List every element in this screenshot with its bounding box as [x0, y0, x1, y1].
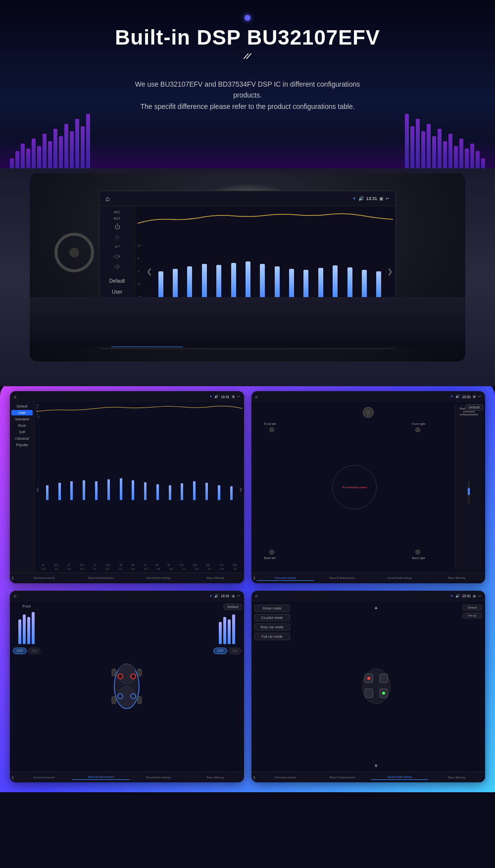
mini-tab-sound-1[interactable]: Sound field setting [130, 575, 187, 580]
mini-back-4: ↩ [478, 594, 481, 598]
mini-tab-bass-4[interactable]: Bass Enhancement [314, 775, 371, 780]
mini-eq-icon-4[interactable]: 𝄱 [251, 774, 257, 781]
mini-tab-bass-1[interactable]: Bass Enhancement [72, 575, 129, 580]
slider-13 [333, 244, 338, 299]
mini-tab-bass-2[interactable]: Bass Enhancement [314, 575, 371, 580]
mini-bar-14 [205, 483, 208, 500]
screenshot-card-3: ⌂ ✦ 🔊 13:31 ▣ ↩ Default Front [10, 591, 244, 783]
mini-screen-1: ⌂ ✦ 🔊 13:31 ▣ ↩ Default User Standard Ro… [10, 391, 244, 583]
mini-time-4: 13:31 [462, 594, 471, 598]
rear-on-btn[interactable]: ON [229, 648, 241, 654]
rear-bar-4 [232, 614, 235, 644]
mini-time-3: 13:31 [221, 594, 230, 598]
mini-sq-3: ▣ [232, 594, 235, 598]
surround-slider-track [468, 480, 470, 505]
full-mode-btn[interactable]: Full car mode [254, 633, 290, 640]
rear-mode-btn[interactable]: Rear car mode [254, 623, 290, 631]
mini-tab-filter-2[interactable]: Bass filtering [428, 575, 485, 580]
slider-16 [376, 244, 381, 299]
eq-arrow-right[interactable]: ❯ [387, 267, 393, 275]
mini-eq-icon-1[interactable]: 𝄱 [10, 574, 15, 581]
mini-eq-icon-3[interactable]: 𝄱 [10, 774, 15, 781]
rear-off-btn[interactable]: OFF [213, 648, 227, 654]
mini-tab-filter-4[interactable]: Bass filtering [428, 775, 485, 780]
mini-preset-user[interactable]: User [11, 410, 33, 415]
mini-header-4: ⌂ ✦ 🔊 13:31 ▣ ↩ [251, 591, 486, 602]
surrounding-label: Surrounding space [342, 486, 367, 489]
sf-default-btn[interactable]: Default [462, 605, 482, 611]
front-bar-4 [32, 612, 35, 644]
bt-icon: ✦ [352, 196, 356, 201]
mini-eq-icon-2[interactable]: 𝄱 [251, 574, 257, 581]
vol-up-icon: ◁- [114, 263, 120, 270]
front-off-btn[interactable]: OFF [13, 648, 27, 654]
mini-preset-standard[interactable]: Standard [11, 416, 33, 422]
vol-icon: 🔊 [358, 196, 364, 201]
time-display: 13:31 [366, 196, 377, 201]
slider-7 [246, 244, 250, 299]
top-section: Built-in DSP BU32107EFV 𝄓 We use BU32107… [0, 0, 495, 168]
mini-sidebar-1: Default User Standard Rock Soft Classica… [10, 402, 35, 572]
mini-preset-popular[interactable]: Popular [11, 442, 33, 448]
mini-arrow-right[interactable]: ❯ [239, 487, 243, 492]
home-icon-sidebar: ⌂ [115, 233, 119, 240]
mini-home-icon-1: ⌂ [14, 395, 16, 399]
mini-bar-13 [193, 481, 196, 500]
header-icons: ✦ 🔊 13:31 ▣ ↩ [352, 196, 390, 201]
down-arrow-icon[interactable]: ▼ [374, 763, 379, 768]
mini-header-left-1: ⌂ [14, 395, 16, 399]
front-left-label: Front left [264, 422, 276, 425]
rst-label: RST [114, 217, 121, 220]
top-dot [245, 15, 250, 21]
mini-tab-filter-1[interactable]: Bass filtering [187, 575, 244, 580]
slider-12 [318, 244, 323, 299]
front-on-btn[interactable]: ON [28, 648, 41, 654]
mini-tab-sound-2[interactable]: Sound field setting [371, 575, 428, 580]
eq-arrow-left[interactable]: ❮ [147, 267, 152, 275]
mini-tab-surround-2[interactable]: Surround sound [257, 575, 314, 581]
rear-bar-2 [223, 617, 226, 644]
rear-bar-1 [219, 622, 222, 644]
mini-curve-svg [36, 404, 243, 416]
mini-bar-4 [83, 480, 85, 500]
mini-bar-11 [169, 485, 171, 500]
speaker-dot-bl [269, 550, 274, 555]
mini-bar-12 [181, 483, 183, 500]
preset-user[interactable]: User [102, 287, 132, 297]
rear-off-toggle: OFF ON [213, 648, 241, 654]
mini-tab-sound-4[interactable]: Sound field setting [371, 774, 428, 780]
mini-tabs-2: 𝄱 Surround sound Bass Enhancement Sound … [251, 572, 486, 583]
mini-tab-filter-3[interactable]: Bass filtering [187, 775, 244, 780]
sidebar-icons: MIC RST ⏻ ⌂ ↩ ◁+ ◁- [102, 208, 132, 272]
front-label: Front [23, 605, 31, 608]
mini-tab-surround-1[interactable]: Surround sound [15, 575, 72, 580]
mini-arrow-left[interactable]: ❮ [36, 487, 40, 492]
sf-setup-btn[interactable]: Set up [462, 613, 482, 618]
mini-vol-1: 🔊 [214, 395, 219, 399]
mini-preset-default[interactable]: Default [11, 404, 33, 409]
surround-default-btn[interactable]: Default [465, 404, 483, 410]
mini-tab-bass-3[interactable]: Bass Enhancement [72, 774, 129, 780]
mini-header-left-4: ⌂ [255, 594, 258, 598]
copilot-mode-btn[interactable]: Co-pilot mode [254, 614, 290, 621]
mini-tab-surround-3[interactable]: Surround sound [15, 775, 72, 780]
screenshot-card-2: ⌂ ✦ 🔊 13:31 ▣ ↩ Default [251, 391, 486, 583]
mini-preset-soft[interactable]: Soft [11, 429, 33, 435]
driver-mode-btn[interactable]: Driver mode [254, 605, 290, 612]
surround-circle: Surrounding space [332, 465, 377, 510]
mini-tab-surround-4[interactable]: Surround sound [257, 775, 314, 780]
svg-point-7 [118, 674, 123, 679]
seats-svg [359, 666, 394, 706]
front-section: Front OFF ON [13, 605, 41, 769]
preset-default[interactable]: Default [102, 276, 132, 286]
mini-tab-sound-3[interactable]: Sound field setting [130, 775, 187, 780]
front-bar-3 [27, 617, 30, 644]
mini-preset-classical[interactable]: Classical [11, 436, 33, 441]
bass-default-btn[interactable]: Default [224, 604, 242, 610]
up-arrow-icon[interactable]: ▲ [374, 605, 379, 610]
slider-2 [173, 244, 178, 299]
mini-header-left-3: ⌂ [14, 594, 16, 598]
large-sliders [153, 244, 386, 299]
mini-bar-2 [58, 483, 61, 500]
mini-preset-rock[interactable]: Rock [11, 423, 33, 428]
